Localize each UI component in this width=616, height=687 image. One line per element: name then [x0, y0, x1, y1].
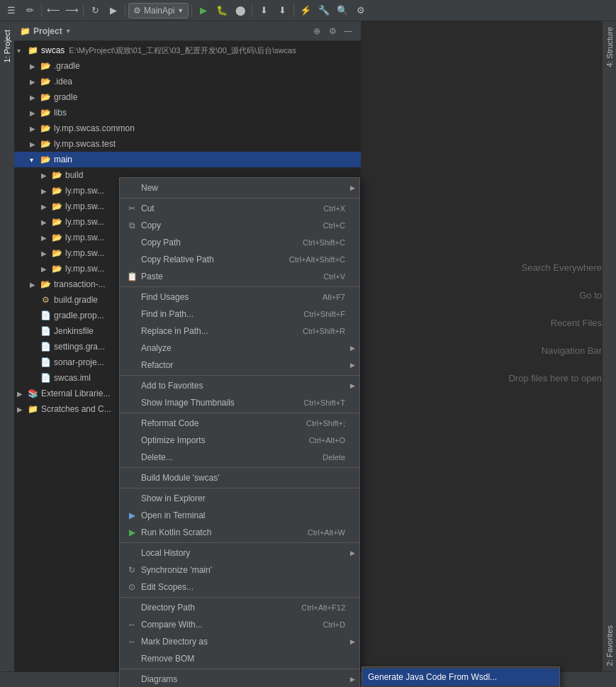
menu-item-reformat[interactable]: Reformat Code Ctrl+Shift+;: [120, 415, 359, 432]
toolbar-back-btn[interactable]: ⟵: [45, 3, 62, 18]
menu-item-compare[interactable]: ↔ Compare With... Ctrl+D: [120, 616, 359, 633]
menu-item-local-history[interactable]: Local History: [120, 544, 359, 562]
tree-arrow-lymp4: ▶: [41, 234, 51, 242]
menu-item-favorites[interactable]: Add to Favorites: [120, 377, 359, 394]
toolbar-fwd-btn[interactable]: ⟶: [63, 3, 80, 18]
menu-item-optimize[interactable]: Optimize Imports Ctrl+Alt+O: [120, 432, 359, 449]
tree-item-idea[interactable]: ▶ 📂 .idea: [14, 74, 361, 89]
menu-item-cut[interactable]: ✂ Cut Ctrl+X: [120, 200, 359, 217]
tree-label-libs: libs: [54, 108, 67, 118]
tree-item-main[interactable]: ▾ 📂 main: [14, 152, 361, 167]
menu-sep-7: [120, 597, 359, 598]
tree-label-lymp6: ly.mp.sw...: [65, 264, 104, 274]
menu-item-edit-scopes[interactable]: ⊙ Edit Scopes...: [120, 579, 359, 596]
menu-item-analyze[interactable]: Analyze: [120, 340, 359, 357]
menu-item-find-usages-label: Find Usages: [141, 292, 323, 302]
menu-item-replace-label: Replace in Path...: [141, 326, 303, 336]
toolbar-refresh-btn[interactable]: ↻: [86, 3, 103, 18]
tree-label-swcas: swcas: [41, 45, 65, 55]
tree-path-swcas: E:\MyProject\观致\01_工程区\03_配置开发\00_源代码\后台…: [69, 45, 296, 56]
run-config-dropdown[interactable]: ⚙ MainApi ▼: [128, 3, 189, 18]
tree-item-swcas[interactable]: ▾ 📁 swcas E:\MyProject\观致\01_工程区\03_配置开发…: [14, 43, 361, 58]
menu-item-dir-path-shortcut: Ctrl+Alt+F12: [301, 603, 345, 612]
menu-item-mark-dir[interactable]: ↔ Mark Directory as: [120, 633, 359, 650]
tree-label-main: main: [54, 155, 72, 164]
menu-item-delete[interactable]: Delete... Delete: [120, 449, 359, 466]
toolbar-coverage-btn[interactable]: ⬤: [232, 3, 249, 18]
tree-item-common[interactable]: ▶ 📂 ly.mp.swcas.common: [14, 121, 361, 136]
delete-icon: [125, 451, 138, 464]
toolbar-extra-btn[interactable]: ⚙: [352, 3, 369, 18]
menu-item-diagrams[interactable]: Diagrams: [120, 671, 359, 687]
menu-item-copy-path[interactable]: Copy Path Ctrl+Shift+C: [120, 234, 359, 251]
sidebar-item-favorites[interactable]: 2: Favorites: [603, 620, 616, 671]
panel-locate-btn[interactable]: ⊕: [310, 24, 324, 38]
menu-item-paste-label: Paste: [141, 272, 323, 281]
dir-path-icon: [125, 601, 138, 614]
gen-java-label: Generate Java Code From Wsdl...: [368, 672, 497, 682]
toolbar-settings-btn[interactable]: ⚡: [297, 3, 314, 18]
toolbar-step-into-btn[interactable]: ⬇: [274, 3, 291, 18]
toolbar-run-btn[interactable]: ▶: [195, 3, 212, 18]
tree-arrow-swcas: ▾: [17, 47, 27, 55]
menu-item-dir-path[interactable]: Directory Path Ctrl+Alt+F12: [120, 599, 359, 616]
toolbar-sep-3: [125, 4, 125, 17]
menu-item-find-usages[interactable]: Find Usages Alt+F7: [120, 289, 359, 306]
menu-item-optimize-shortcut: Ctrl+Alt+O: [309, 436, 345, 445]
folder-icon-gradle: 📂: [40, 91, 51, 103]
menu-item-mark-dir-label: Mark Directory as: [141, 637, 354, 647]
sidebar-item-structure[interactable]: 4: Structure: [603, 21, 616, 73]
toolbar-edit-btn[interactable]: ✏: [21, 3, 38, 18]
menu-item-thumbnails[interactable]: Show Image Thumbnails Ctrl+Shift+T: [120, 394, 359, 411]
menu-item-run-kotlin-shortcut: Ctrl+Alt+W: [308, 528, 345, 537]
menu-item-find-usages-shortcut: Alt+F7: [323, 293, 345, 301]
tree-label-build: build: [65, 170, 83, 180]
menu-item-run-kotlin[interactable]: ▶ Run Kotlin Scratch Ctrl+Alt+W: [120, 524, 359, 541]
menu-item-copy[interactable]: ⧉ Copy Ctrl+C: [120, 217, 359, 234]
menu-item-edit-scopes-label: Edit Scopes...: [141, 582, 354, 592]
toolbar-step-over-btn[interactable]: ⬇: [255, 3, 272, 18]
menu-item-new[interactable]: New: [120, 179, 359, 196]
tree-item-libs[interactable]: ▶ 📂 libs: [14, 105, 361, 121]
menu-sep-8: [120, 669, 359, 669]
toolbar-wrench-btn[interactable]: 🔧: [315, 3, 332, 18]
tree-item-test[interactable]: ▶ 📂 ly.mp.swcas.test: [14, 136, 361, 152]
tree-item-gradle[interactable]: ▶ 📂 gradle: [14, 89, 361, 105]
panel-minimize-btn[interactable]: —: [341, 24, 355, 38]
menu-item-build-module[interactable]: Build Module 'swcas': [120, 469, 359, 486]
menu-item-refactor-label: Refactor: [141, 360, 354, 370]
menu-item-open-terminal[interactable]: ▶ Open in Terminal: [120, 507, 359, 524]
thumbnails-icon: [125, 396, 138, 409]
sidebar-item-project[interactable]: 1: Project: [1, 24, 13, 68]
menu-item-delete-label: Delete...: [141, 452, 323, 462]
sub-menu-item-gen-java[interactable]: Generate Java Code From Wsdl...: [362, 669, 559, 686]
tree-item-gradle-hidden[interactable]: ▶ 📂 .gradle: [14, 58, 361, 74]
tree-label-scratches: Scratches and C...: [41, 404, 111, 414]
menu-item-show-explorer-label: Show in Explorer: [141, 493, 354, 503]
menu-item-remove-bom[interactable]: Remove BOM: [120, 650, 359, 667]
menu-item-find-path[interactable]: Find in Path... Ctrl+Shift+F: [120, 306, 359, 323]
panel-actions: ⊕ ⚙ —: [310, 24, 355, 38]
toolbar-search-btn[interactable]: 🔍: [334, 3, 351, 18]
toolbar-menu-btn[interactable]: ☰: [3, 3, 20, 18]
menu-item-copy-label: Copy: [141, 220, 323, 230]
main-area: 1: Project 📁 Project ▼ ⊕ ⚙ — ▾ 📁 swcas E…: [0, 21, 616, 687]
tree-arrow-gradle-hidden: ▶: [30, 62, 40, 70]
toolbar-build-btn[interactable]: ▶: [105, 3, 122, 18]
menu-item-refactor[interactable]: Refactor: [120, 357, 359, 374]
menu-item-paste[interactable]: 📋 Paste Ctrl+V: [120, 268, 359, 285]
cut-icon: ✂: [125, 202, 138, 215]
panel-gear-btn[interactable]: ⚙: [325, 24, 340, 38]
menu-item-synchronize[interactable]: ↻ Synchronize 'main': [120, 562, 359, 579]
menu-item-run-kotlin-label: Run Kotlin Scratch: [141, 527, 308, 537]
tree-label-iml: swcas.iml: [54, 373, 91, 383]
menu-item-copy-rel[interactable]: Copy Relative Path Ctrl+Alt+Shift+C: [120, 251, 359, 268]
menu-item-show-explorer[interactable]: Show in Explorer: [120, 490, 359, 507]
toolbar-debug-btn[interactable]: 🐛: [213, 3, 230, 18]
tree-label-lymp1: ly.mp.sw...: [65, 186, 104, 196]
copy-icon: ⧉: [125, 219, 138, 232]
menu-sep-5: [120, 488, 359, 488]
file-icon-settings: 📄: [40, 341, 51, 352]
menu-item-copy-rel-shortcut: Ctrl+Alt+Shift+C: [289, 255, 345, 264]
menu-item-replace[interactable]: Replace in Path... Ctrl+Shift+R: [120, 323, 359, 340]
